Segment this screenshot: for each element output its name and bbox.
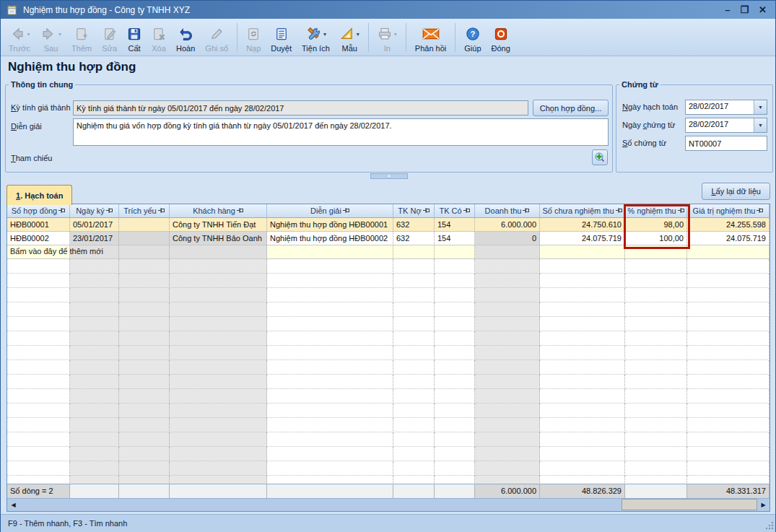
grid-cell[interactable]: 632 (393, 218, 435, 232)
grid-cell (625, 375, 687, 389)
grid-cell[interactable]: Nghiệm thu hợp đồng HĐB00002 (267, 232, 393, 245)
column-header-0[interactable]: Số hợp đồng (7, 204, 70, 218)
grid-cell (70, 274, 119, 288)
grid-cell[interactable]: 24.255.598 (687, 218, 770, 232)
grid-data-row[interactable]: HĐB0000223/01/2017Công ty TNHH Bảo OanhN… (7, 232, 770, 245)
toolbar-button-floppy[interactable]: Cất (122, 20, 147, 55)
grid-cell[interactable]: HĐB00002 (7, 232, 70, 245)
grid-filler-row (7, 389, 770, 404)
column-header-3[interactable]: Khách hàng (170, 204, 267, 218)
column-header-label: % nghiệm thu (627, 204, 676, 218)
horizontal-scrollbar[interactable]: ◀▶ (7, 498, 770, 511)
column-pin-icon[interactable] (423, 204, 430, 218)
grid-cell[interactable]: 154 (435, 232, 475, 245)
toolbar-button-tools[interactable]: ▾Tiện ích (297, 20, 335, 55)
dropdown-caret-icon[interactable]: ▾ (394, 31, 397, 38)
grid-cell[interactable]: Nghiệm thu hợp đồng HĐB00001 (267, 218, 393, 232)
choose-contract-button[interactable]: Chọn hợp đồng... (533, 100, 609, 116)
toolbar-button-close-app[interactable]: Đóng (487, 20, 515, 55)
grid-cell[interactable]: 05/01/2017 (70, 218, 119, 232)
grid-cell[interactable]: HĐB00001 (7, 218, 70, 232)
grid-cell[interactable]: 100,00 (625, 232, 687, 245)
grid-cell[interactable]: Công ty TNHH Tiến Đạt (170, 218, 267, 232)
grid-cell[interactable]: 24.075.719 (687, 232, 770, 245)
tab-hach-toan[interactable]: 1. Hạch toán (6, 185, 72, 205)
column-pin-icon[interactable] (106, 204, 113, 218)
grid-cell[interactable]: 98,00 (625, 218, 687, 232)
grid-cell (267, 288, 393, 302)
grid-data-row[interactable]: HĐB0000105/01/2017Công ty TNHH Tiến ĐạtN… (7, 218, 770, 232)
doc-date-dropdown-icon[interactable]: ▼ (754, 118, 767, 132)
add-new-row[interactable]: Bấm vào đây để thêm mới (7, 245, 770, 259)
column-header-6[interactable]: TK Có (435, 204, 475, 218)
grid-cell[interactable] (119, 232, 170, 245)
column-header-4[interactable]: Diễn giải (267, 204, 393, 218)
dropdown-caret-icon[interactable]: ▾ (27, 31, 30, 38)
posting-date-combo[interactable]: 28/02/2017 ▼ (685, 100, 767, 115)
toolbar-button-doc-lines[interactable]: Duyệt (266, 20, 297, 55)
grid-cell[interactable]: 632 (393, 232, 435, 245)
maximize-button[interactable]: ❐ (740, 5, 749, 14)
scrollbar-track[interactable] (19, 499, 757, 511)
scroll-right-icon[interactable]: ▶ (757, 499, 770, 510)
grid-cell (475, 375, 540, 389)
scrollbar-thumb[interactable] (622, 499, 757, 510)
grid-cell[interactable]: 0 (475, 232, 540, 245)
column-pin-icon[interactable] (158, 204, 165, 218)
grid-cell (7, 418, 70, 432)
grid-cell (7, 360, 70, 375)
grid-cell[interactable] (119, 218, 170, 232)
minimize-button[interactable]: – (725, 5, 730, 14)
grid-cell[interactable]: 23/01/2017 (70, 232, 119, 245)
column-header-7[interactable]: Doanh thu (475, 204, 540, 218)
column-pin-icon[interactable] (237, 204, 243, 218)
toolbar-button-undo[interactable]: Hoàn (171, 20, 200, 55)
column-pin-icon[interactable] (616, 204, 622, 218)
column-pin-icon[interactable] (523, 204, 529, 218)
grid-cell[interactable]: 154 (435, 218, 475, 232)
dropdown-caret-icon[interactable]: ▾ (323, 31, 326, 38)
doc-number-field[interactable] (685, 136, 767, 151)
posting-date-label: Ngày hạch toán (622, 103, 678, 111)
dropdown-caret-icon[interactable]: ▾ (58, 31, 61, 38)
column-header-1[interactable]: Ngày ký (70, 204, 119, 218)
grid-cell[interactable]: 24.075.719 (540, 232, 625, 245)
grid-cell (435, 346, 475, 360)
add-new-label[interactable]: Bấm vào đây để thêm mới (10, 247, 103, 256)
close-button[interactable]: ✕ (759, 5, 767, 14)
grid-cell (393, 375, 435, 389)
doc-delete-icon (152, 27, 166, 41)
toolbar-button-help[interactable]: ?Giúp (459, 20, 486, 55)
column-pin-icon[interactable] (343, 204, 349, 218)
splitter-handle[interactable]: ▲ (370, 173, 408, 179)
add-reference-button[interactable] (592, 149, 608, 165)
column-header-10[interactable]: Giá trị nghiệm thu (687, 204, 770, 218)
grid-cell (170, 288, 267, 302)
toolbar-button-ruler[interactable]: ▾Mẫu (335, 20, 365, 55)
column-pin-icon[interactable] (757, 204, 763, 218)
resize-grip[interactable] (765, 521, 774, 530)
grid-cell[interactable]: Công ty TNHH Bảo Oanh (170, 232, 267, 245)
grid-cell (70, 331, 119, 346)
grid-cell[interactable]: 6.000.000 (475, 218, 540, 232)
column-pin-icon[interactable] (463, 204, 470, 218)
grid-cell (170, 418, 267, 432)
column-pin-icon[interactable] (678, 204, 684, 218)
column-header-5[interactable]: TK Nợ (393, 204, 435, 218)
column-pin-icon[interactable] (58, 204, 65, 218)
column-header-9[interactable]: % nghiệm thu (625, 204, 687, 218)
posting-date-dropdown-icon[interactable]: ▼ (754, 100, 767, 114)
grid-filler-row (7, 302, 770, 317)
grid-cell[interactable]: 24.750.610 (540, 218, 625, 232)
scroll-left-icon[interactable]: ◀ (7, 499, 19, 510)
doc-date-combo[interactable]: 28/02/2017 ▼ (685, 118, 767, 133)
description-field[interactable]: Nghiệm thu giá vốn hợp đồng kỳ tính giá … (73, 118, 609, 146)
column-header-8[interactable]: Số chưa nghiệm thu (540, 204, 625, 218)
reload-data-button[interactable]: Lấy lại dữ liệu (702, 183, 770, 200)
toolbar-button-envelope[interactable]: Phản hồi (410, 20, 451, 55)
grid-filler-row (7, 317, 770, 331)
dropdown-caret-icon[interactable]: ▾ (357, 31, 359, 38)
period-field[interactable] (73, 100, 528, 115)
column-header-2[interactable]: Trích yếu (119, 204, 170, 218)
grid-cell (393, 346, 435, 360)
